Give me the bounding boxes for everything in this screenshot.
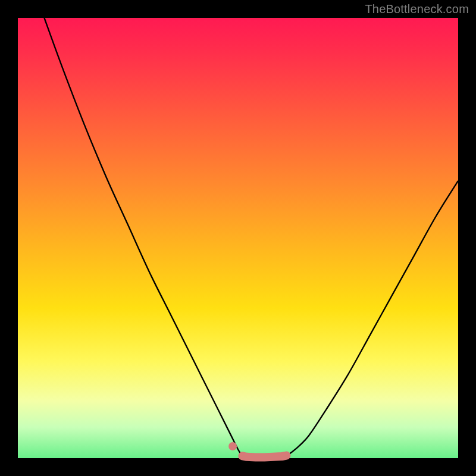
plot-area [18, 18, 458, 458]
trough-marker-line [242, 456, 286, 458]
trough-marker-dot [228, 442, 237, 450]
curve-right-arm [286, 181, 458, 456]
curve-layer [18, 18, 458, 458]
curve-left-arm [44, 18, 242, 456]
chart-frame: TheBottleneck.com [0, 0, 476, 476]
watermark-text: TheBottleneck.com [365, 2, 469, 16]
